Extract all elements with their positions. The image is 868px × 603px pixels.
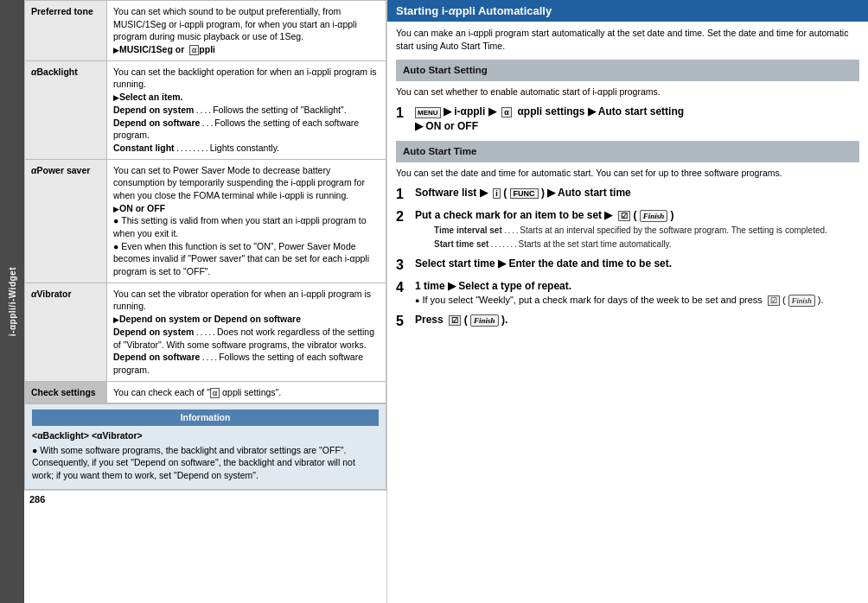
step-content: MENU ▶ i-αppli ▶ α αppli settings ▶ Auto… <box>415 105 859 134</box>
row-content-check-settings: You can check each of "α αppli settings"… <box>107 381 386 403</box>
step-text-2: ▶ ON or OFF <box>415 120 478 132</box>
left-panel: Preferred tone You can set which sound t… <box>24 0 387 603</box>
sidebar-label: i-αppli/i-Widget <box>8 267 17 336</box>
step-text: Select start time ▶ Enter the date and t… <box>415 257 672 270</box>
step-number: 4 <box>396 279 415 295</box>
sub-text-start-time: Start time set . . . . . . . Starts at t… <box>434 238 859 251</box>
sidebar: i-αppli/i-Widget <box>0 0 24 603</box>
row-content-preferred-tone: You can set which sound to be output pre… <box>107 1 386 61</box>
finish-box: Finish <box>788 295 815 308</box>
step-text: 1 time ▶ Select a type of repeat. <box>415 280 571 292</box>
step-content: Select start time ▶ Enter the date and t… <box>415 257 859 271</box>
table-row: Check settings You can check each of "α … <box>25 381 386 403</box>
main-section-header: Starting i-αppli Automatically <box>387 0 868 22</box>
menu-icon: MENU <box>415 107 441 118</box>
arrow-icon <box>113 203 119 213</box>
step-row-2: 2 Put a check mark for an item to be set… <box>396 208 859 251</box>
row-label-backlight: αBacklight <box>25 60 107 159</box>
step-number: 1 <box>396 105 415 121</box>
step-content: Press ☑ ( Finish ). <box>415 313 859 327</box>
preferred-tone-option: MUSIC/1Seg or αppli <box>119 44 215 54</box>
step-text: Press ☑ ( Finish ). <box>415 314 507 326</box>
sub-text-time-interval: Time interval set . . . . Starts at an i… <box>434 225 859 237</box>
arrow-icon <box>113 92 119 102</box>
bullet-icon <box>32 445 40 455</box>
row-label-preferred-tone: Preferred tone <box>25 1 107 61</box>
step-number: 5 <box>396 313 415 329</box>
step-content: 1 time ▶ Select a type of repeat. If you… <box>415 279 859 307</box>
finish-box: Finish <box>470 314 499 327</box>
step-text: MENU ▶ i-αppli ▶ α αppli settings ▶ Auto… <box>415 105 684 117</box>
settings-table: Preferred tone You can set which sound t… <box>24 0 386 403</box>
arrow-icon <box>113 44 119 54</box>
row-label-power-saver: αPower saver <box>25 159 107 282</box>
table-row: αBacklight You can set the backlight ope… <box>25 60 386 159</box>
row-label-vibrator: αVibrator <box>25 282 107 381</box>
table-row: Preferred tone You can set which sound t… <box>25 1 386 61</box>
arrow-icon <box>113 314 119 324</box>
table-row: αPower saver You can set to Power Saver … <box>25 159 386 282</box>
bullet-icon <box>113 215 121 225</box>
auto-start-time-header: Auto Start Time <box>396 141 859 162</box>
row-content-power-saver: You can set to Power Saver Mode to decre… <box>107 159 386 282</box>
auto-start-time-desc: You can set the date and time for automa… <box>396 167 859 180</box>
step-number: 2 <box>396 208 415 225</box>
info-item: <αBacklight> <αVibrator> <box>32 429 379 442</box>
info-box: Information <αBacklight> <αVibrator> Wit… <box>24 403 386 489</box>
main-content: Preferred tone You can set which sound t… <box>24 0 868 603</box>
table-row: αVibrator You can set the vibrator opera… <box>25 282 386 381</box>
step-row-1b: 1 Software list ▶ i ( FUNC ) ▶ Auto star… <box>396 186 859 202</box>
finish-box: Finish <box>640 210 668 223</box>
info-item: With some software programs, the backlig… <box>32 444 379 482</box>
step-row-1a: 1 MENU ▶ i-αppli ▶ α αppli settings ▶ Au… <box>396 105 859 134</box>
main-intro: You can make an i-αppli program start au… <box>396 27 859 53</box>
info-header: Information <box>32 409 379 426</box>
auto-start-setting-header: Auto Start Setting <box>396 60 859 81</box>
step-content: Software list ▶ i ( FUNC ) ▶ Auto start … <box>415 186 859 200</box>
row-content-backlight: You can set the backlight operation for … <box>107 60 386 159</box>
auto-start-setting-desc: You can set whether to enable automatic … <box>396 86 859 98</box>
step-number: 3 <box>396 257 415 273</box>
page-number: 286 <box>24 490 386 508</box>
right-panel-content: You can make an i-αppli program start au… <box>387 27 868 344</box>
step-content: Put a check mark for an item to be set ▶… <box>415 208 859 251</box>
bullet-icon <box>113 241 121 251</box>
bullet-note <box>415 295 422 305</box>
step-row-5: 5 Press ☑ ( Finish ). <box>396 313 859 329</box>
right-panel: Starting i-αppli Automatically You can m… <box>387 0 868 603</box>
sub-label: Time interval set <box>434 225 502 235</box>
row-label-check-settings: Check settings <box>25 381 107 403</box>
step-row-3: 3 Select start time ▶ Enter the date and… <box>396 257 859 273</box>
sub-label: Start time set <box>434 239 488 249</box>
step-text: Put a check mark for an item to be set ▶… <box>415 209 674 221</box>
step-row-4: 4 1 time ▶ Select a type of repeat. If y… <box>396 279 859 307</box>
step-number: 1 <box>396 186 415 202</box>
row-content-vibrator: You can set the vibrator operation for w… <box>107 282 386 381</box>
step-text: Software list ▶ i ( FUNC ) ▶ Auto start … <box>415 187 631 199</box>
